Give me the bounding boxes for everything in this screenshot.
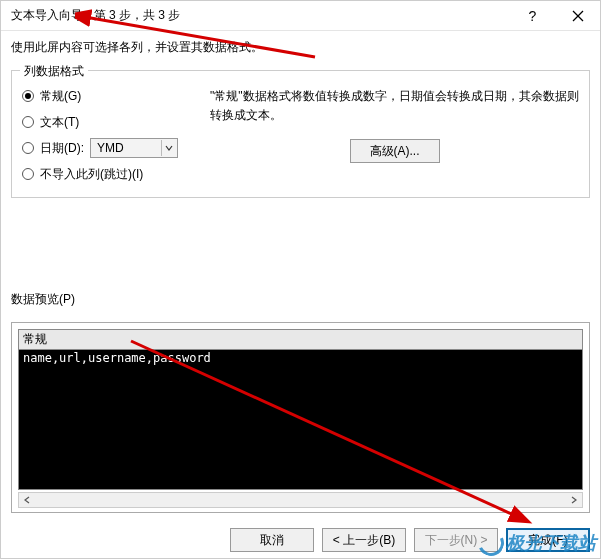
- help-icon: ?: [529, 8, 537, 24]
- subtitle-text: 使用此屏内容可选择各列，并设置其数据格式。: [1, 31, 600, 66]
- window-title: 文本导入向导 - 第 3 步，共 3 步: [11, 7, 510, 24]
- radio-icon: [22, 142, 34, 154]
- finish-button[interactable]: 完成(F): [506, 528, 590, 552]
- radio-icon: [22, 168, 34, 180]
- radio-text[interactable]: 文本(T): [22, 109, 192, 135]
- date-order-value: YMD: [97, 141, 124, 155]
- preview-section: 数据预览(P) 常规 name,url,username,password: [1, 291, 600, 512]
- column-format-legend: 列数据格式: [20, 63, 88, 80]
- close-button[interactable]: [555, 1, 600, 30]
- advanced-button[interactable]: 高级(A)...: [350, 139, 440, 163]
- radio-label: 常规(G): [40, 88, 81, 105]
- chevron-right-icon: [570, 496, 578, 504]
- scroll-track[interactable]: [35, 493, 566, 507]
- preview-label: 数据预览(P): [11, 291, 590, 308]
- back-button[interactable]: < 上一步(B): [322, 528, 406, 552]
- button-label: 取消: [260, 532, 284, 549]
- preview-scrollbar[interactable]: [18, 492, 583, 508]
- wizard-window: 文本导入向导 - 第 3 步，共 3 步 ? 使用此屏内容可选择各列，并设置其数…: [0, 0, 601, 559]
- radio-skip[interactable]: 不导入此列(跳过)(I): [22, 161, 192, 187]
- preview-grid[interactable]: 常规 name,url,username,password: [18, 329, 583, 490]
- format-description: "常规"数据格式将数值转换成数字，日期值会转换成日期，其余数据则转换成文本。: [210, 87, 579, 125]
- chevron-down-icon: [161, 140, 175, 156]
- titlebar: 文本导入向导 - 第 3 步，共 3 步 ?: [1, 1, 600, 31]
- preview-box: 常规 name,url,username,password: [11, 322, 590, 513]
- close-icon: [572, 10, 584, 22]
- radio-label: 不导入此列(跳过)(I): [40, 166, 143, 183]
- advanced-button-label: 高级(A)...: [370, 143, 420, 160]
- format-description-pane: "常规"数据格式将数值转换成数字，日期值会转换成日期，其余数据则转换成文本。 高…: [210, 83, 579, 187]
- radio-general[interactable]: 常规(G): [22, 83, 192, 109]
- cancel-button[interactable]: 取消: [230, 528, 314, 552]
- column-format-fieldset: 列数据格式 常规(G) 文本(T) 日期(D): YMD: [11, 70, 590, 198]
- format-options: 常规(G) 文本(T) 日期(D): YMD: [22, 83, 192, 187]
- help-button[interactable]: ?: [510, 1, 555, 30]
- scroll-right-button[interactable]: [566, 493, 582, 507]
- next-button[interactable]: 下一步(N) >: [414, 528, 498, 552]
- radio-icon: [22, 90, 34, 102]
- button-label: 完成(F): [528, 532, 567, 549]
- radio-label: 文本(T): [40, 114, 79, 131]
- wizard-buttons: 取消 < 上一步(B) 下一步(N) > 完成(F): [1, 528, 600, 552]
- scroll-left-button[interactable]: [19, 493, 35, 507]
- button-label: < 上一步(B): [333, 532, 395, 549]
- button-label: 下一步(N) >: [425, 532, 488, 549]
- radio-label: 日期(D):: [40, 140, 84, 157]
- radio-icon: [22, 116, 34, 128]
- preview-column-header: 常规: [19, 330, 582, 350]
- date-order-select[interactable]: YMD: [90, 138, 178, 158]
- preview-row: name,url,username,password: [19, 350, 582, 366]
- radio-date[interactable]: 日期(D): YMD: [22, 135, 192, 161]
- chevron-left-icon: [23, 496, 31, 504]
